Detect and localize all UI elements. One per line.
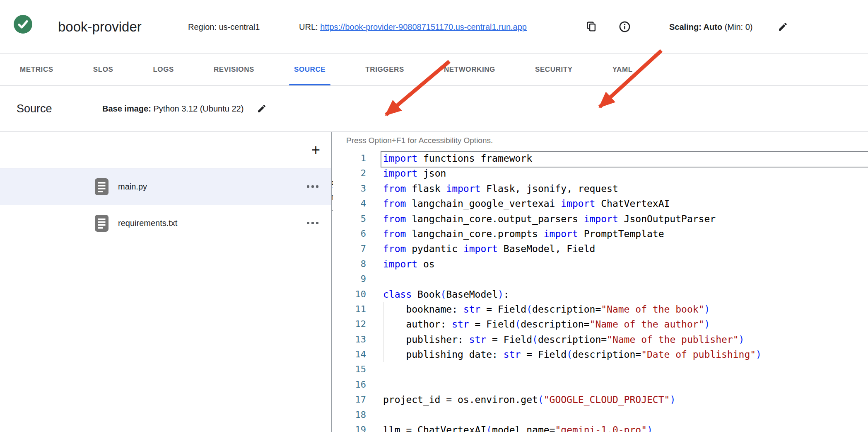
tab-label: SECURITY — [535, 66, 573, 74]
service-url-link[interactable]: https://book-provider-908087151170.us-ce… — [320, 22, 527, 31]
code-text: from langchain_core.prompts import Promp… — [366, 226, 664, 241]
file-item-requirements.txt[interactable]: requirements.txt — [0, 205, 331, 241]
file-list: main.pyrequirements.txt — [0, 168, 331, 241]
base-image-value: Python 3.12 (Ubuntu 22) — [151, 104, 244, 113]
tab-label: LOGS — [153, 66, 174, 74]
tab-logs[interactable]: LOGS — [133, 54, 194, 85]
base-image-text: Base image: Python 3.12 (Ubuntu 22) — [102, 104, 244, 114]
line-number: 8 — [333, 257, 366, 272]
tab-label: NETWORKING — [444, 66, 495, 74]
code-line-4[interactable]: 4from langchain_google_vertexai import C… — [333, 196, 868, 211]
code-text: publisher: str = Field(description="Name… — [366, 332, 744, 347]
line-number: 11 — [333, 302, 366, 317]
tab-networking[interactable]: NETWORKING — [424, 54, 515, 85]
code-line-19[interactable]: 19llm = ChatVertexAI(model_name="gemini-… — [333, 422, 868, 432]
status-check-circle-icon — [14, 15, 32, 34]
code-line-8[interactable]: 8import os — [333, 257, 868, 272]
code-lines: 1import functions_framework2import json3… — [333, 151, 868, 432]
code-text — [366, 377, 383, 392]
code-line-16[interactable]: 16 — [333, 377, 868, 392]
code-line-13[interactable]: 13 publisher: str = Field(description="N… — [333, 332, 868, 347]
scaling-mode: Scaling: Auto — [669, 22, 722, 31]
code-line-7[interactable]: 7from pydantic import BaseModel, Field — [333, 241, 868, 256]
code-line-2[interactable]: 2import json — [333, 166, 868, 181]
tab-slos[interactable]: SLOS — [73, 54, 133, 85]
line-number: 9 — [333, 272, 366, 286]
code-line-6[interactable]: 6from langchain_core.prompts import Prom… — [333, 226, 868, 241]
accessibility-hint: Press Option+F1 for Accessibility Option… — [346, 136, 493, 145]
tab-label: SLOS — [93, 66, 113, 74]
line-number: 1 — [333, 151, 366, 166]
line-number: 10 — [333, 287, 366, 302]
code-text: project_id = os.environ.get("GOOGLE_CLOU… — [366, 392, 675, 407]
line-number: 12 — [333, 317, 366, 332]
file-item-main.py[interactable]: main.py — [0, 168, 331, 205]
code-text: from flask import Flask, jsonify, reques… — [366, 181, 618, 196]
tab-metrics[interactable]: METRICS — [0, 54, 73, 85]
edit-scaling-pencil-icon[interactable] — [778, 22, 788, 32]
line-number: 6 — [333, 226, 366, 241]
scaling-text: Scaling: Auto (Min: 0) — [669, 22, 753, 32]
code-text: from pydantic import BaseModel, Field — [366, 241, 595, 256]
copy-icon[interactable] — [586, 21, 598, 33]
code-text: from langchain_google_vertexai import Ch… — [366, 196, 670, 211]
edit-base-image-pencil-icon[interactable] — [257, 104, 267, 114]
code-line-9[interactable]: 9 — [333, 272, 868, 286]
more-options-ellipsis-icon[interactable] — [307, 185, 318, 188]
region-text: Region: us-central1 — [188, 22, 260, 32]
code-text — [366, 272, 383, 286]
tab-bar: METRICSSLOSLOGSREVISIONSSOURCETRIGGERSNE… — [0, 54, 868, 86]
source-action-bar: Source Base image: Python 3.12 (Ubuntu 2… — [0, 86, 868, 132]
tab-triggers[interactable]: TRIGGERS — [345, 54, 424, 85]
scaling-min: (Min: 0) — [722, 22, 752, 31]
code-editor[interactable]: Press Option+F1 for Accessibility Option… — [333, 132, 868, 432]
file-explorer-panel: + main.pyrequirements.txt — [0, 132, 332, 432]
line-number: 16 — [333, 377, 366, 392]
code-line-11[interactable]: 11 bookname: str = Field(description="Na… — [333, 302, 868, 317]
line-number: 14 — [333, 347, 366, 362]
code-line-12[interactable]: 12 author: str = Field(description="Name… — [333, 317, 868, 332]
base-image-label: Base image: — [102, 104, 151, 113]
code-text: import functions_framework — [366, 151, 532, 166]
code-text: publishing_date: str = Field(description… — [366, 347, 762, 362]
add-file-plus-icon[interactable]: + — [311, 143, 320, 158]
code-line-3[interactable]: 3from flask import Flask, jsonify, reque… — [333, 181, 868, 196]
tab-security[interactable]: SECURITY — [515, 54, 593, 85]
tab-label: YAML — [612, 66, 633, 74]
line-number: 19 — [333, 422, 366, 432]
code-text: from langchain_core.output_parsers impor… — [366, 211, 716, 226]
line-number: 4 — [333, 196, 366, 211]
code-line-18[interactable]: 18 — [333, 408, 868, 422]
code-line-1[interactable]: 1import functions_framework — [333, 151, 868, 166]
code-text — [366, 408, 383, 422]
code-text: author: str = Field(description="Name of… — [366, 317, 710, 332]
tab-yaml[interactable]: YAML — [593, 54, 653, 85]
url-row: URL: https://book-provider-908087151170.… — [299, 22, 527, 32]
code-line-14[interactable]: 14 publishing_date: str = Field(descript… — [333, 347, 868, 362]
document-icon — [94, 178, 109, 196]
tab-label: REVISIONS — [214, 66, 254, 74]
code-text: import json — [366, 166, 446, 181]
tab-label: METRICS — [20, 66, 53, 74]
code-text: llm = ChatVertexAI(model_name="gemini-1.… — [366, 422, 653, 432]
code-text: class Book(BaseModel): — [366, 287, 509, 302]
line-number: 7 — [333, 241, 366, 256]
file-name: requirements.txt — [118, 218, 177, 228]
info-icon[interactable] — [619, 21, 631, 33]
code-text — [366, 362, 383, 377]
tab-label: SOURCE — [294, 66, 326, 74]
line-number: 2 — [333, 166, 366, 181]
code-line-15[interactable]: 15 — [333, 362, 868, 377]
service-header: book-provider Region: us-central1 URL: h… — [0, 0, 868, 54]
line-number: 17 — [333, 392, 366, 407]
source-section-title: Source — [17, 102, 52, 115]
tab-revisions[interactable]: REVISIONS — [194, 54, 274, 85]
more-options-ellipsis-icon[interactable] — [307, 222, 318, 224]
code-line-10[interactable]: 10class Book(BaseModel): — [333, 287, 868, 302]
code-line-5[interactable]: 5from langchain_core.output_parsers impo… — [333, 211, 868, 226]
line-number: 3 — [333, 181, 366, 196]
tab-label: TRIGGERS — [365, 66, 404, 74]
tab-source[interactable]: SOURCE — [274, 54, 345, 85]
code-line-17[interactable]: 17project_id = os.environ.get("GOOGLE_CL… — [333, 392, 868, 407]
file-name: main.py — [118, 182, 147, 192]
